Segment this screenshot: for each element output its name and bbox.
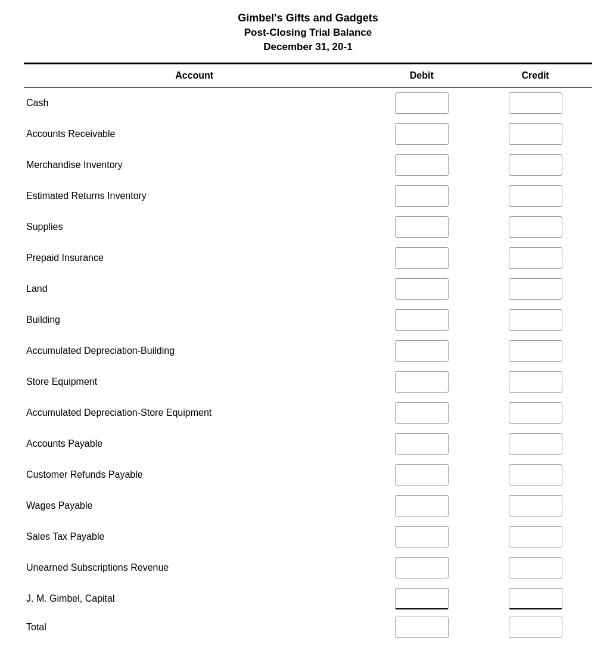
credit-input[interactable] (509, 309, 562, 331)
debit-cell[interactable] (365, 304, 478, 335)
credit-input[interactable] (509, 216, 562, 238)
debit-cell[interactable] (365, 242, 478, 273)
account-name: Wages Payable (24, 490, 365, 521)
table-row: Supplies (24, 211, 592, 242)
account-name: Accounts Payable (24, 428, 365, 459)
debit-cell[interactable] (365, 366, 478, 397)
page-container: Gimbel's Gifts and Gadgets Post-Closing … (0, 0, 616, 654)
credit-input[interactable] (509, 247, 562, 269)
credit-cell[interactable] (478, 242, 592, 273)
credit-input[interactable] (509, 588, 562, 609)
table-row: Building (24, 304, 592, 335)
table-row: J. M. Gimbel, Capital (24, 583, 592, 614)
account-name: Estimated Returns Inventory (24, 181, 365, 211)
table-row: Unearned Subscriptions Revenue (24, 552, 592, 583)
debit-input[interactable] (395, 247, 449, 269)
debit-cell[interactable] (365, 397, 478, 428)
account-name: Supplies (24, 211, 365, 242)
credit-input[interactable] (509, 123, 562, 145)
credit-cell[interactable] (478, 88, 592, 119)
trial-balance-table-container: Account Debit Credit CashAccounts Receiv… (24, 63, 592, 642)
report-title: Post-Closing Trial Balance (24, 27, 592, 39)
debit-cell[interactable] (365, 88, 478, 119)
debit-input[interactable] (395, 433, 449, 455)
table-row: Store Equipment (24, 366, 592, 397)
debit-cell[interactable] (365, 552, 478, 583)
account-name: Merchandise Inventory (24, 150, 365, 181)
trial-balance-table: Account Debit Credit CashAccounts Receiv… (24, 64, 592, 642)
company-name: Gimbel's Gifts and Gadgets (24, 12, 592, 24)
debit-input[interactable] (395, 278, 449, 300)
credit-input[interactable] (509, 92, 562, 114)
credit-cell[interactable] (478, 366, 592, 397)
credit-input[interactable] (509, 371, 562, 393)
table-row: Merchandise Inventory (24, 150, 592, 181)
credit-input[interactable] (509, 154, 562, 176)
debit-cell[interactable] (365, 583, 478, 614)
debit-cell[interactable] (365, 211, 478, 242)
debit-input[interactable] (395, 123, 449, 145)
credit-cell[interactable] (478, 273, 592, 304)
credit-input[interactable] (509, 495, 562, 517)
debit-input[interactable] (395, 309, 449, 331)
credit-cell[interactable] (478, 459, 592, 490)
debit-input[interactable] (395, 402, 449, 424)
credit-header: Credit (478, 64, 592, 88)
credit-cell[interactable] (478, 304, 592, 335)
credit-input[interactable] (509, 433, 562, 455)
debit-cell[interactable] (365, 119, 478, 150)
credit-cell[interactable] (478, 397, 592, 428)
account-name: Accumulated Depreciation-Building (24, 335, 365, 366)
credit-input[interactable] (509, 278, 562, 300)
credit-cell[interactable] (478, 211, 592, 242)
debit-input[interactable] (395, 495, 449, 517)
credit-cell[interactable] (478, 428, 592, 459)
credit-cell[interactable] (478, 490, 592, 521)
account-name: Unearned Subscriptions Revenue (24, 552, 365, 583)
account-name: Prepaid Insurance (24, 242, 365, 273)
credit-cell[interactable] (478, 521, 592, 552)
credit-cell[interactable] (478, 119, 592, 150)
total-credit-input[interactable] (509, 617, 562, 638)
debit-input[interactable] (395, 526, 449, 547)
credit-input[interactable] (509, 557, 562, 578)
table-row: Accounts Payable (24, 428, 592, 459)
debit-cell[interactable] (365, 181, 478, 211)
debit-input[interactable] (395, 185, 449, 207)
total-credit-cell[interactable] (478, 614, 592, 642)
total-row: Total (24, 614, 592, 642)
debit-input[interactable] (395, 92, 449, 114)
credit-cell[interactable] (478, 150, 592, 181)
credit-cell[interactable] (478, 552, 592, 583)
credit-input[interactable] (509, 526, 562, 547)
credit-input[interactable] (509, 464, 562, 486)
credit-input[interactable] (509, 340, 562, 362)
debit-cell[interactable] (365, 490, 478, 521)
credit-cell[interactable] (478, 335, 592, 366)
total-debit-input[interactable] (395, 617, 449, 638)
debit-input[interactable] (395, 216, 449, 238)
debit-cell[interactable] (365, 273, 478, 304)
table-row: Accounts Receivable (24, 119, 592, 150)
table-row: Customer Refunds Payable (24, 459, 592, 490)
credit-cell[interactable] (478, 181, 592, 211)
debit-input[interactable] (395, 371, 449, 393)
debit-header: Debit (365, 64, 478, 88)
debit-input[interactable] (395, 154, 449, 176)
table-row: Sales Tax Payable (24, 521, 592, 552)
debit-cell[interactable] (365, 428, 478, 459)
debit-input[interactable] (395, 340, 449, 362)
credit-cell[interactable] (478, 583, 592, 614)
debit-cell[interactable] (365, 335, 478, 366)
debit-cell[interactable] (365, 150, 478, 181)
account-name: Sales Tax Payable (24, 521, 365, 552)
debit-input[interactable] (395, 588, 449, 609)
credit-input[interactable] (509, 185, 562, 207)
debit-cell[interactable] (365, 459, 478, 490)
table-row: Land (24, 273, 592, 304)
debit-input[interactable] (395, 557, 449, 578)
debit-cell[interactable] (365, 521, 478, 552)
total-debit-cell[interactable] (365, 614, 478, 642)
credit-input[interactable] (509, 402, 562, 424)
debit-input[interactable] (395, 464, 449, 486)
